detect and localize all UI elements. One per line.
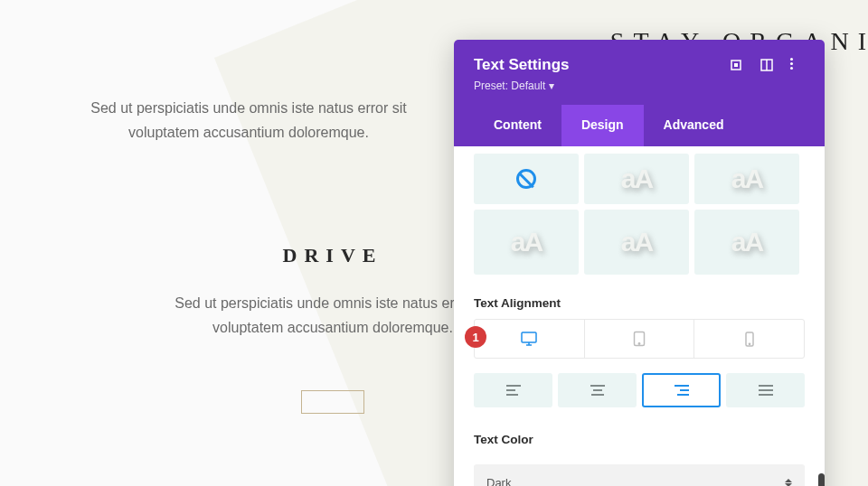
tab-advanced[interactable]: Advanced (644, 105, 744, 146)
text-settings-panel: Text Settings Preset: Default ▾ Content … (454, 40, 825, 486)
svg-point-8 (638, 343, 639, 344)
panel-header[interactable]: Text Settings Preset: Default ▾ Content … (454, 40, 825, 146)
panel-title: Text Settings (474, 56, 569, 74)
text-style-option-3[interactable]: aA (694, 154, 799, 204)
text-style-option-6[interactable]: aA (694, 210, 799, 275)
page-paragraph-1: Sed ut perspiciatis unde omnis iste natu… (54, 96, 443, 145)
device-phone[interactable] (694, 320, 804, 358)
text-style-option-4[interactable]: aA (474, 210, 579, 275)
select-caret-icon (785, 479, 792, 487)
text-style-option-5[interactable]: aA (584, 210, 689, 275)
text-color-select[interactable]: Dark (474, 464, 805, 486)
svg-rect-4 (522, 332, 536, 342)
align-justify-button[interactable] (726, 373, 805, 407)
tab-design[interactable]: Design (561, 105, 644, 146)
device-tablet[interactable] (585, 320, 695, 358)
panel-tabs: Content Design Advanced (474, 105, 805, 146)
text-style-option-2[interactable]: aA (584, 154, 689, 204)
tab-content[interactable]: Content (474, 105, 561, 146)
expand-icon[interactable] (729, 58, 743, 72)
split-view-icon[interactable] (760, 58, 774, 72)
align-center-button[interactable] (558, 373, 637, 407)
none-icon (516, 169, 536, 189)
device-desktop[interactable] (475, 320, 585, 358)
panel-body: aA aA aA aA aA Text Alignment 1 (454, 146, 825, 486)
step-badge-1: 1 (465, 326, 486, 348)
text-color-label: Text Color (454, 424, 825, 455)
more-icon[interactable] (790, 58, 805, 72)
scrollbar[interactable] (818, 473, 825, 486)
outline-button[interactable] (301, 390, 364, 414)
text-align-options (474, 373, 805, 407)
text-color-value: Dark (486, 476, 511, 487)
responsive-device-tabs (474, 319, 805, 359)
svg-rect-1 (734, 63, 738, 67)
preset-selector[interactable]: Preset: Default ▾ (474, 79, 805, 92)
text-alignment-label: Text Alignment (454, 287, 825, 319)
align-right-button[interactable] (642, 373, 721, 407)
text-style-none[interactable] (474, 154, 579, 204)
svg-point-10 (749, 343, 750, 344)
text-style-grid: aA aA aA aA aA (454, 146, 825, 287)
align-left-button[interactable] (474, 373, 552, 407)
